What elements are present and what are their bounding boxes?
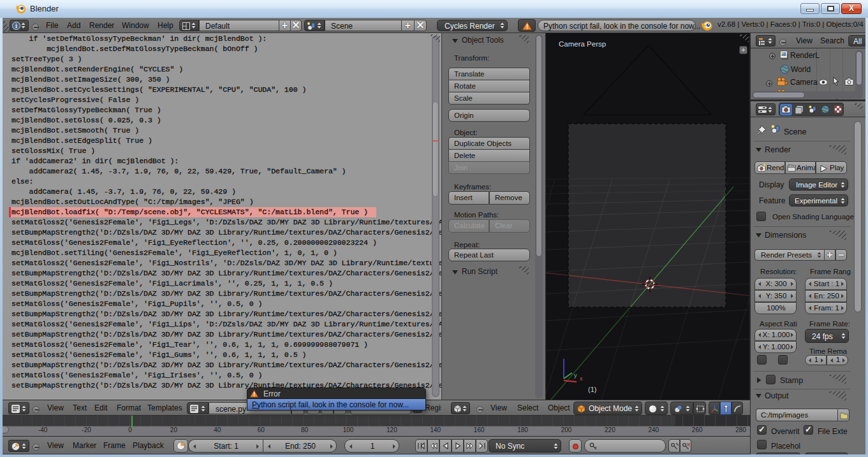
svg-text:y: y — [574, 372, 577, 379]
svg-text:x: x — [580, 375, 583, 382]
